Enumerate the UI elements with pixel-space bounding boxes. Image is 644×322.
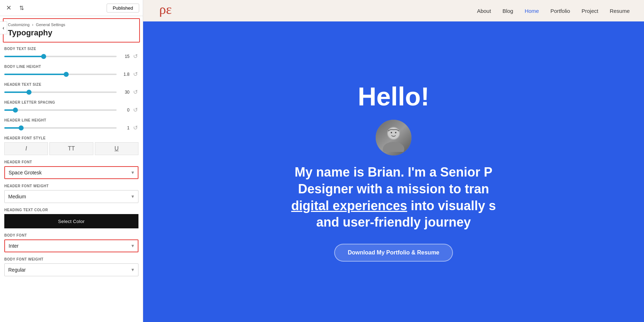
- header-font-weight-select[interactable]: Thin Light Regular Medium Semi Bold Bold…: [4, 190, 138, 203]
- hero-description-line3b: into visually s: [411, 198, 496, 213]
- header-font-label: HEADER FONT: [4, 160, 138, 164]
- header-font-weight-label: HEADER FONT WEIGHT: [4, 184, 138, 188]
- header-font-select[interactable]: Space Grotesk Roboto Open Sans Montserra…: [4, 166, 138, 179]
- toolbar: ✕ ⇅ Published: [0, 0, 143, 16]
- svg-point-2: [383, 142, 404, 152]
- body-line-height-value: 1.8: [119, 72, 130, 77]
- hero-title: Hello!: [358, 82, 429, 111]
- header-line-height-value: 1: [119, 125, 130, 130]
- breadcrumb: Customizing › General Settings: [8, 23, 135, 27]
- hero-description-link: digital experiences: [291, 198, 407, 213]
- hero-description: My name is Brian. I'm a Senior P Designe…: [291, 164, 496, 231]
- nav-blog[interactable]: Blog: [502, 8, 513, 14]
- body-text-size-slider-row: 15 ↺: [4, 53, 138, 60]
- heading-text-color-label: HEADING TEXT COLOR: [4, 208, 138, 212]
- body-text-size-label: BODY TEXT SIZE: [4, 47, 138, 51]
- nav-home[interactable]: Home: [525, 8, 539, 14]
- nav-links: About Blog Home Portfolio Project Resume: [477, 8, 630, 14]
- header-text-size-group: HEADER TEXT SIZE 30 ↺: [4, 83, 138, 95]
- published-button[interactable]: Published: [107, 4, 139, 13]
- body-font-label: BODY FONT: [4, 233, 138, 237]
- site-logo: ρε: [157, 0, 175, 21]
- body-text-size-track[interactable]: [4, 56, 117, 57]
- header-text-size-reset[interactable]: ↺: [132, 89, 138, 95]
- nav-project[interactable]: Project: [581, 8, 598, 14]
- site-nav: ρε About Blog Home Portfolio Project Res…: [143, 0, 644, 21]
- underline-button[interactable]: U: [95, 142, 138, 155]
- header-letter-spacing-label: HEADER LETTER SPACING: [4, 100, 138, 104]
- body-font-select[interactable]: Inter Roboto Open Sans Lato Nunito: [4, 239, 138, 252]
- header-font-weight-select-wrapper: Thin Light Regular Medium Semi Bold Bold…: [4, 190, 138, 203]
- svg-point-4: [391, 132, 392, 133]
- hero-description-line3: digital experiences into visually s: [291, 198, 496, 214]
- back-button[interactable]: ‹: [0, 21, 7, 34]
- body-font-select-wrapper: Inter Roboto Open Sans Lato Nunito ▼: [4, 239, 138, 252]
- header-letter-spacing-slider-row: 0 ↺: [4, 106, 138, 113]
- hero-description-line1: My name is Brian. I'm a Senior P: [291, 164, 496, 181]
- body-text-size-group: BODY TEXT SIZE 15 ↺: [4, 47, 138, 60]
- controls-area: BODY TEXT SIZE 15 ↺ BODY LINE HEIGHT 1.8…: [0, 43, 143, 322]
- header-text-size-slider-row: 30 ↺: [4, 89, 138, 95]
- hero-description-line2: Designer with a mission to tran: [291, 181, 496, 198]
- hero-section: Hello! My name is Brian. I'm a Senior P …: [143, 21, 644, 322]
- header-letter-spacing-group: HEADER LETTER SPACING 0 ↺: [4, 100, 138, 113]
- reorder-button[interactable]: ⇅: [16, 3, 26, 13]
- svg-point-3: [388, 128, 399, 139]
- body-line-height-slider-row: 1.8 ↺: [4, 71, 138, 78]
- header-line-height-track[interactable]: [4, 127, 117, 129]
- header-font-style-row: I TT U: [4, 142, 138, 155]
- close-button[interactable]: ✕: [4, 3, 14, 13]
- body-font-weight-select[interactable]: Thin Light Regular Medium Bold: [4, 263, 138, 276]
- header-font-style-group: HEADER FONT STYLE I TT U: [4, 136, 138, 155]
- download-button[interactable]: Download My Portfolio & Resume: [334, 244, 453, 262]
- header-line-height-slider-row: 1 ↺: [4, 124, 138, 131]
- body-font-weight-select-wrapper: Thin Light Regular Medium Bold ▼: [4, 263, 138, 276]
- hero-description-line4: and user-friendly journey: [291, 214, 496, 231]
- header-font-weight-group: HEADER FONT WEIGHT Thin Light Regular Me…: [4, 184, 138, 203]
- header-font-group: HEADER FONT Space Grotesk Roboto Open Sa…: [4, 160, 138, 179]
- body-line-height-label: BODY LINE HEIGHT: [4, 65, 138, 69]
- header-line-height-group: HEADER LINE HEIGHT 1 ↺: [4, 118, 138, 131]
- header-letter-spacing-track[interactable]: [4, 109, 117, 111]
- heading-text-color-group: HEADING TEXT COLOR Select Color: [4, 208, 138, 228]
- website-preview: ρε About Blog Home Portfolio Project Res…: [143, 0, 644, 322]
- svg-point-5: [395, 132, 396, 133]
- header-line-height-reset[interactable]: ↺: [132, 124, 138, 131]
- header-font-select-wrapper: Space Grotesk Roboto Open Sans Montserra…: [4, 166, 138, 179]
- avatar-image: [376, 120, 411, 155]
- body-font-weight-group: BODY FONT WEIGHT Thin Light Regular Medi…: [4, 257, 138, 276]
- customizer-panel: ✕ ⇅ Published ‹ Customizing › General Se…: [0, 0, 143, 322]
- header-letter-spacing-reset[interactable]: ↺: [132, 106, 138, 113]
- allcaps-button[interactable]: TT: [49, 142, 93, 155]
- nav-resume[interactable]: Resume: [610, 8, 630, 14]
- svg-text:ρε: ρε: [159, 2, 172, 17]
- nav-about[interactable]: About: [477, 8, 491, 14]
- header-letter-spacing-value: 0: [119, 108, 130, 113]
- panel-title: Typography: [8, 28, 135, 38]
- logo-icon: ρε: [157, 0, 175, 18]
- body-font-group: BODY FONT Inter Roboto Open Sans Lato Nu…: [4, 233, 138, 252]
- body-text-size-value: 15: [119, 54, 130, 59]
- select-color-button[interactable]: Select Color: [4, 214, 138, 228]
- header-text-size-label: HEADER TEXT SIZE: [4, 83, 138, 86]
- header-line-height-label: HEADER LINE HEIGHT: [4, 118, 138, 122]
- body-line-height-track[interactable]: [4, 74, 117, 75]
- header-text-size-value: 30: [119, 90, 130, 95]
- nav-portfolio[interactable]: Portfolio: [550, 8, 570, 14]
- breadcrumb-section: Customizing › General Settings Typograph…: [3, 18, 140, 43]
- body-text-size-reset[interactable]: ↺: [132, 53, 138, 60]
- hero-avatar: [376, 120, 411, 155]
- italic-button[interactable]: I: [4, 142, 48, 155]
- header-font-style-label: HEADER FONT STYLE: [4, 136, 138, 140]
- body-line-height-reset[interactable]: ↺: [132, 71, 138, 78]
- body-line-height-group: BODY LINE HEIGHT 1.8 ↺: [4, 65, 138, 78]
- header-text-size-track[interactable]: [4, 91, 117, 93]
- person-icon: [379, 123, 408, 152]
- body-font-weight-label: BODY FONT WEIGHT: [4, 257, 138, 261]
